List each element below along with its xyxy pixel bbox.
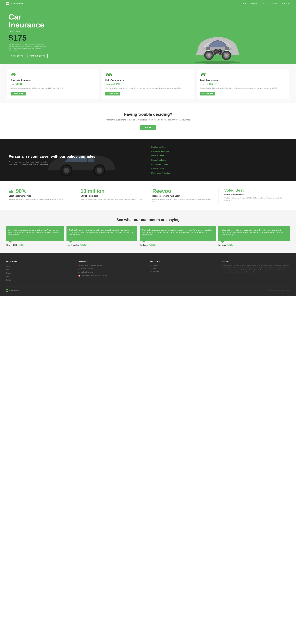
email-icon: ✉ [78,272,80,274]
svg-point-12 [207,54,210,57]
footer-logo: Car Insurance [6,289,19,292]
stat-10m-number: 10 million [81,188,144,194]
single-car-learn-more[interactable]: LEARN MORE [11,92,26,96]
policy-item-hire-car[interactable]: Hire Car Cover [149,154,287,158]
start-button[interactable]: START [140,125,156,130]
footer-social-title: Follow Us [150,260,218,262]
black-box-price: Save over $360 [200,82,285,86]
nav-item-news[interactable]: NEWS [272,2,277,5]
footer-logo-text: Car Insurance [9,290,19,291]
nav-item-contacts[interactable]: CONTACTS [281,2,290,5]
footer-nav-contacts[interactable]: Contacts [6,278,74,281]
testimonials-grid: At my first car insurance claim, your te… [6,226,290,246]
stat-reevoo-number: Reevoo [152,188,215,194]
decide-description: Answer two questions to help us point yo… [6,118,290,122]
policy-item-modifications[interactable]: Modifications Cover [149,162,287,166]
stat-voted-number: Voted Best [224,188,287,192]
insurance-cards-section: Single-Car Insurance from $150 30% of ou… [0,64,296,104]
stat-policies-label: 10 million policies [81,195,144,197]
footer-email: ✉ info@carinsure.org [78,271,146,274]
hero-section: Car Insurance Prices from $175 10% of ou… [0,7,296,64]
footer-social-links: f Facebook t Twitter g+ Google + [150,265,218,272]
hero-car-image [148,26,287,64]
testimonial-text-0: At my first car insurance claim, your te… [9,229,62,236]
stat-customer-service: 90% Great customer service More than 90%… [6,188,75,203]
footer-address: 📍 Car Insurance Glasgow G64 8GU [78,265,146,267]
retrieve-quote-button[interactable]: RETRIEVE QUOTE [27,54,47,58]
hero-price: $175 [9,33,148,42]
nav-item-services[interactable]: SERVICES [260,2,269,5]
footer-nav-about[interactable]: About [6,268,74,271]
svg-point-27 [204,74,205,76]
testimonials-section: See what our customers are saying At my … [0,210,296,253]
footer-about-title: About [222,260,290,262]
nav-item-about[interactable]: ABOUT [251,2,257,5]
testimonial-author-3: Kate Leeds · April 2016 [218,244,290,246]
policy-section: Personalize your cover with our policy u… [0,139,296,181]
svg-point-26 [201,74,202,76]
testimonial-item-2: Thank you for contacting me today and fo… [140,226,216,246]
stat-90-number: 90% [9,188,72,194]
policy-item-motor-legal[interactable]: Motor Legal Protection [149,171,287,175]
testimonial-text-3: I just wanted to say a big thank you reg… [221,229,287,236]
testimonial-item-3: I just wanted to say a big thank you reg… [218,226,290,246]
footer-about-content: 'Car Insurance' is a NY based Insurance … [222,265,290,273]
single-car-price: from $150 [11,82,96,86]
footer-about-text: 'Car Insurance' is a NY based Insurance … [222,265,290,273]
hero-buttons: GET A QUOTE RETRIEVE QUOTE [9,54,148,58]
testimonial-author-2: Tom Cooper · April 2016 [140,244,216,246]
nav-item-home[interactable]: HOME [242,2,247,5]
decide-title: Having trouble deciding? [6,112,290,117]
footer-nav-services[interactable]: Services [6,272,74,274]
policy-item-personal-injury[interactable]: Personal Injury Cover [149,149,287,154]
nav-links: HOME ABOUT SERVICES NEWS CONTACTS [242,2,290,5]
footer-about-col: About 'Car Insurance' is a NY based Insu… [222,260,290,282]
footer-social: Follow Us f Facebook t Twitter g+ Google… [150,260,218,282]
get-quote-button[interactable]: GET A QUOTE [9,54,26,58]
footer-nav-title: Navigation [6,260,74,262]
stat-reevoo-label: Reevoo scores to rave about [152,195,215,197]
black-box-desc: Between July 1st 2014 and June 30th, 201… [200,87,285,89]
clock-icon: ⏰ [78,275,80,277]
footer-contacts-title: Contacts [78,260,146,262]
multi-car-learn-more[interactable]: LEARN MORE [105,92,120,96]
twitter-link[interactable]: t Twitter [150,268,218,270]
svg-point-16 [225,54,228,57]
policy-item-breakdown[interactable]: Breakdown Cover [149,145,287,149]
black-box-icon [200,72,285,77]
logo-icon [6,2,9,5]
testimonials-title: See what our customers are saying [6,218,290,222]
navbar: Car Insurance HOME ABOUT SERVICES NEWS C… [0,0,296,7]
svg-rect-38 [6,291,7,292]
facebook-link[interactable]: f Facebook [150,265,218,267]
policy-title: Personalize your cover with our policy u… [9,154,147,159]
multi-car-icon [105,72,191,77]
svg-rect-36 [6,289,7,290]
stat-voted-label: Award winning cover [224,193,287,196]
svg-point-25 [111,74,112,76]
testimonial-text-2: Thank you for contacting me today and fo… [142,229,213,236]
footer-nav-list: Home About Services News Contacts [6,265,74,281]
policy-item-bonus[interactable]: Bonus Accelerator [149,158,287,162]
testimonial-text-1: Thank you for your very prompt attention… [69,229,135,236]
more-link[interactable]: More [14,50,17,51]
testimonial-card-0: At my first car insurance claim, your te… [6,226,64,242]
policy-list: Breakdown Cover Personal Injury Cover Hi… [147,145,287,175]
footer: Navigation Home About Services News Cont… [0,253,296,296]
googleplus-link[interactable]: g+ Google + [150,270,218,272]
stat-voted-best: Voted Best Award winning cover The Best … [221,188,290,203]
footer-grid: Navigation Home About Services News Cont… [6,260,290,282]
googleplus-icon: g+ [150,270,152,272]
footer-hours: ⏰ 7 days a week from 5:00 am to 7:00 pm [78,274,146,277]
policy-item-keycare[interactable]: Keycare Cover [149,166,287,171]
svg-point-20 [12,74,13,76]
black-box-learn-more[interactable]: LEARN MORE [200,92,215,96]
footer-copyright: © Car Insurance © 2016 Privacy Policy [268,290,290,291]
testimonial-card-3: I just wanted to say a big thank you reg… [218,226,290,242]
black-box-card: Black Box Insurance Save over $360 Betwe… [197,68,289,99]
phone-icon: 📞 [78,268,80,270]
footer-nav-home[interactable]: Home [6,265,74,267]
svg-point-28 [206,74,206,74]
testimonial-item-0: At my first car insurance claim, your te… [6,226,64,246]
footer-nav-news[interactable]: News [6,275,74,278]
